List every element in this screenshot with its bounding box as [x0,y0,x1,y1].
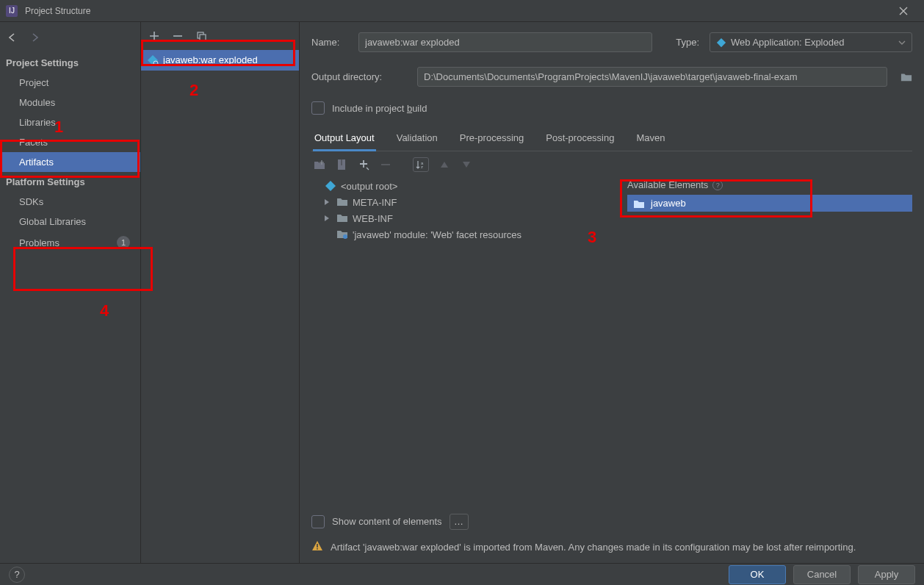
nav-item-problems[interactable]: Problems 1 [0,232,140,254]
tree-node-label: META-INF [353,197,397,208]
window-close-button[interactable] [889,0,918,22]
artifacts-toolbar [141,22,299,50]
tab-output-layout[interactable]: Output Layout [313,128,376,151]
add-copy-button[interactable] [357,158,370,171]
app-icon: IJ [6,5,18,17]
new-folder-button[interactable] [313,158,326,171]
tree-node-metainf[interactable]: META-INF [311,194,620,210]
available-elements-label: Available Elements [627,179,708,190]
folder-icon [336,196,348,208]
svg-rect-11 [317,548,318,550]
warning-text: Artifact 'javaweb:war exploded' is impor… [331,540,856,555]
titlebar: IJ Project Structure [0,0,924,22]
expand-arrow-icon[interactable] [323,215,332,222]
nav-item-facets[interactable]: Facets [0,132,140,152]
output-layout-area: <output root> META-INF [311,178,912,505]
svg-rect-10 [317,544,318,548]
include-build-label: Include in project build [332,103,427,114]
nav-item-artifacts[interactable]: Artifacts [0,152,140,172]
artifact-type-select[interactable]: Web Application: Exploded [710,32,912,52]
tree-root-label: <output root> [341,181,397,192]
sort-az-button[interactable]: az [413,157,429,172]
module-folder-icon [633,198,645,209]
tree-node-label: 'javaweb' module: 'Web' facet resources [353,229,521,240]
artifact-tabs: Output Layout Validation Pre-processing … [311,128,912,151]
outputdir-label: Output directory: [311,71,407,82]
nav-item-global-libraries[interactable]: Global Libraries [0,212,140,232]
include-build-row: Include in project build [311,101,912,115]
artifact-name-input[interactable] [358,32,652,52]
tree-node-webinf[interactable]: WEB-INF [311,210,620,226]
artifact-item-label: javaweb:war exploded [163,54,258,66]
expand-arrow-icon[interactable] [323,198,332,206]
tree-root[interactable]: <output root> [311,178,620,194]
left-nav-panel: Project Settings Project Modules Librari… [0,22,141,563]
nav-back-button[interactable] [6,31,19,44]
show-content-checkbox[interactable] [311,515,325,528]
remove-output-button[interactable] [379,158,392,171]
help-button[interactable]: ? [9,567,25,583]
tree-node-facet[interactable]: 'javaweb' module: 'Web' facet resources [311,226,620,243]
ok-button[interactable]: OK [729,565,786,584]
nav-item-project[interactable]: Project [0,73,140,93]
svg-text:z: z [421,165,423,169]
svg-point-3 [154,61,158,65]
dialog-footer: ? OK Cancel Apply [0,563,924,585]
tree-node-label: WEB-INF [353,213,393,224]
svg-rect-1 [200,35,206,40]
problems-count-badge: 1 [117,236,130,249]
tab-maven[interactable]: Maven [635,128,666,151]
warning-icon [311,540,323,552]
browse-folder-button[interactable] [900,71,912,83]
nav-item-libraries[interactable]: Libraries [0,112,140,132]
copy-artifact-button[interactable] [195,30,207,42]
show-content-row: Show content of elements … [311,509,912,534]
nav-problems-label: Problems [19,237,59,248]
add-artifact-button[interactable] [148,30,160,42]
artifact-list-item[interactable]: javaweb:war exploded [141,50,299,71]
warning-row: Artifact 'javaweb:war exploded' is impor… [311,534,912,564]
outputdir-input[interactable] [417,67,887,87]
new-archive-button[interactable] [335,158,348,171]
main-area: Project Settings Project Modules Librari… [0,22,924,563]
tab-post-processing[interactable]: Post-processing [544,128,616,151]
nav-section-platform-settings: Platform Settings [0,172,140,192]
tab-validation[interactable]: Validation [395,128,439,151]
artifact-type-value: Web Application: Exploded [731,37,844,48]
available-element-label: javaweb [651,198,686,209]
move-up-button[interactable] [438,158,451,171]
cancel-button[interactable]: Cancel [793,565,851,584]
chevron-down-icon [898,39,906,46]
output-root-icon [325,180,336,192]
facet-resource-icon [336,229,348,240]
nav-item-sdks[interactable]: SDKs [0,192,140,212]
window-title: Project Structure [25,6,90,16]
bottom-strip: Show content of elements … Artifact 'jav… [311,505,912,564]
apply-button[interactable]: Apply [858,565,915,584]
available-elements-header: Available Elements ? [627,178,912,195]
move-down-button[interactable] [460,158,473,171]
show-content-label: Show content of elements [332,516,442,527]
tab-pre-processing[interactable]: Pre-processing [458,128,525,151]
artifacts-list-panel: javaweb:war exploded [141,22,300,563]
help-icon[interactable]: ? [712,180,723,190]
folder-icon [336,212,348,224]
artifact-icon [147,54,159,66]
remove-artifact-button[interactable] [172,30,184,42]
available-element-item[interactable]: javaweb [627,195,912,212]
available-elements-panel: Available Elements ? javaweb [627,178,912,505]
svg-marker-4 [717,37,726,46]
svg-marker-8 [325,181,336,191]
artifact-detail-panel: Name: Type: Web Application: Exploded Ou… [300,22,924,563]
include-build-checkbox[interactable] [311,101,325,115]
nav-history-arrows [0,26,140,53]
name-label: Name: [311,37,348,48]
svg-point-9 [343,234,347,239]
nav-forward-button[interactable] [28,31,41,44]
show-content-more-button[interactable]: … [450,514,469,530]
output-layout-toolbar: az [311,151,912,178]
output-tree: <output root> META-INF [311,178,627,505]
type-label: Type: [676,37,699,48]
nav-section-project-settings: Project Settings [0,53,140,73]
nav-item-modules[interactable]: Modules [0,93,140,112]
